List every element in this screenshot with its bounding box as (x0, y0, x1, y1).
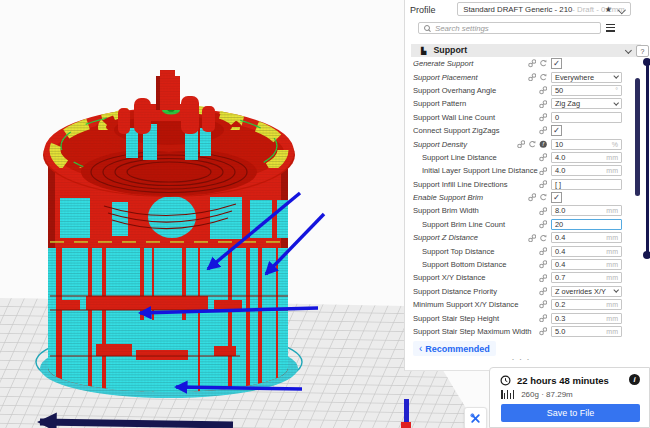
setting-input[interactable]: 5.0mm (551, 326, 622, 337)
setting-input[interactable]: 0.7mm (551, 272, 622, 283)
setting-input[interactable]: 0.2mm (551, 299, 622, 310)
setting-input[interactable]: 8.0mm (551, 205, 622, 216)
annotation-line-right (646, 62, 650, 255)
link-icon[interactable] (539, 113, 548, 122)
setting-input[interactable]: 20 (551, 219, 622, 230)
link-icon[interactable] (539, 100, 548, 109)
link-icon[interactable] (528, 234, 537, 243)
setting-icons (539, 86, 548, 95)
setting-control: 0.3mm (551, 313, 622, 324)
revert-icon[interactable] (539, 234, 548, 243)
link-icon[interactable] (539, 287, 548, 296)
setting-label: Support Line Distance (413, 153, 539, 162)
link-icon[interactable] (539, 260, 548, 269)
setting-control: 4.0mm (551, 152, 622, 163)
revert-icon[interactable] (539, 73, 548, 82)
setting-icons (539, 327, 548, 336)
input-unit: mm (606, 301, 618, 308)
input-unit: % (612, 141, 618, 148)
print-settings-panel: Profile Standard DRAFT Generic - 210 - D… (404, 0, 650, 371)
setting-input[interactable]: [ ] (551, 179, 622, 190)
link-icon[interactable] (539, 314, 548, 323)
setting-input[interactable]: 4.0mm (551, 165, 622, 176)
link-icon[interactable] (528, 73, 537, 82)
setting-row: Generate Support✓ (405, 57, 650, 70)
setting-icons (539, 113, 548, 122)
revert-icon[interactable] (539, 59, 548, 68)
revert-icon[interactable] (539, 193, 548, 202)
link-icon[interactable] (539, 167, 548, 176)
link-icon[interactable] (539, 247, 548, 256)
check-icon: ✓ (553, 59, 560, 68)
link-icon[interactable] (539, 220, 548, 229)
setting-label: Minimum Support X/Y Distance (413, 300, 539, 309)
input-value: 0.2 (555, 300, 606, 309)
setting-input[interactable]: 50° (551, 85, 622, 96)
setting-label: Support Z Distance (413, 233, 528, 242)
setting-icons (528, 59, 548, 68)
setting-input[interactable]: 0.4mm (551, 259, 622, 270)
setting-label: Support Overhang Angle (413, 86, 539, 95)
chevron-down-icon (613, 73, 619, 79)
setting-input[interactable]: 10% (551, 139, 622, 150)
check-icon: ✓ (553, 193, 560, 202)
hamburger-menu-icon[interactable] (606, 24, 615, 33)
setting-icons (539, 153, 548, 162)
dropdown-value: Zig Zag (555, 99, 614, 108)
link-icon[interactable] (539, 180, 548, 189)
link-icon[interactable] (539, 126, 548, 135)
setting-dropdown[interactable]: Everywhere (551, 72, 622, 83)
settings-scrollbar[interactable] (635, 78, 640, 196)
link-icon[interactable] (528, 59, 537, 68)
setting-icons (539, 287, 548, 296)
profile-dropdown[interactable]: Standard DRAFT Generic - 210 - Draft - 0… (457, 2, 631, 16)
panel-resize-handle[interactable]: · · · (405, 354, 637, 364)
setting-input[interactable]: 0.4mm (551, 246, 622, 257)
revert-icon[interactable] (528, 140, 537, 149)
chevron-down-icon (613, 100, 619, 106)
link-icon[interactable] (539, 86, 548, 95)
setting-checkbox[interactable]: ✓ (551, 58, 562, 69)
setting-dropdown[interactable]: Zig Zag (551, 98, 622, 109)
link-icon[interactable] (539, 274, 548, 283)
setting-checkbox[interactable]: ✓ (551, 125, 562, 136)
link-icon[interactable] (539, 327, 548, 336)
setting-control: 0 (551, 112, 622, 123)
dropdown-value: Everywhere (555, 73, 614, 82)
setting-row: Support Line Distance4.0mm (405, 151, 650, 164)
search-icon (423, 24, 431, 32)
star-icon[interactable]: ★ (605, 4, 612, 15)
search-input[interactable]: Search settings (418, 22, 601, 34)
setting-input[interactable]: 4.0mm (551, 152, 622, 163)
setting-input[interactable]: 0.4mm (551, 232, 622, 243)
link-icon[interactable] (539, 153, 548, 162)
setting-row: Support Bottom Distance0.4mm (405, 258, 650, 271)
link-icon[interactable] (539, 207, 548, 216)
layer-texture (30, 60, 310, 408)
save-to-file-button[interactable]: Save to File (501, 404, 640, 422)
support-category-icon: ▙ (421, 47, 426, 54)
profile-label: Profile (410, 5, 436, 15)
input-value: 0.3 (555, 314, 606, 323)
setting-label: Support Distance Priority (413, 287, 539, 296)
link-icon[interactable] (517, 140, 526, 149)
setting-input[interactable]: 0 (551, 112, 622, 123)
input-unit: mm (606, 328, 618, 335)
setting-icons (539, 260, 548, 269)
dropdown-value: Z overrides X/Y (555, 287, 614, 296)
support-section-header[interactable]: ▙ Support (411, 44, 641, 57)
setting-row: Support PatternZig Zag (405, 97, 650, 110)
link-icon[interactable] (528, 193, 537, 202)
setting-input[interactable]: 0.3mm (551, 313, 622, 324)
adjust-settings-button[interactable] (464, 407, 487, 428)
setting-checkbox[interactable]: ✓ (551, 192, 562, 203)
input-value: 8.0 (555, 206, 606, 215)
fx-icon[interactable]: f (539, 140, 548, 149)
input-unit: ° (615, 87, 618, 94)
setting-icons (539, 207, 548, 216)
info-icon[interactable]: i (629, 374, 640, 385)
setting-icons (528, 193, 548, 202)
link-icon[interactable] (539, 300, 548, 309)
setting-row: Support Z Distance0.4mm (405, 231, 650, 244)
setting-dropdown[interactable]: Z overrides X/Y (551, 286, 622, 297)
